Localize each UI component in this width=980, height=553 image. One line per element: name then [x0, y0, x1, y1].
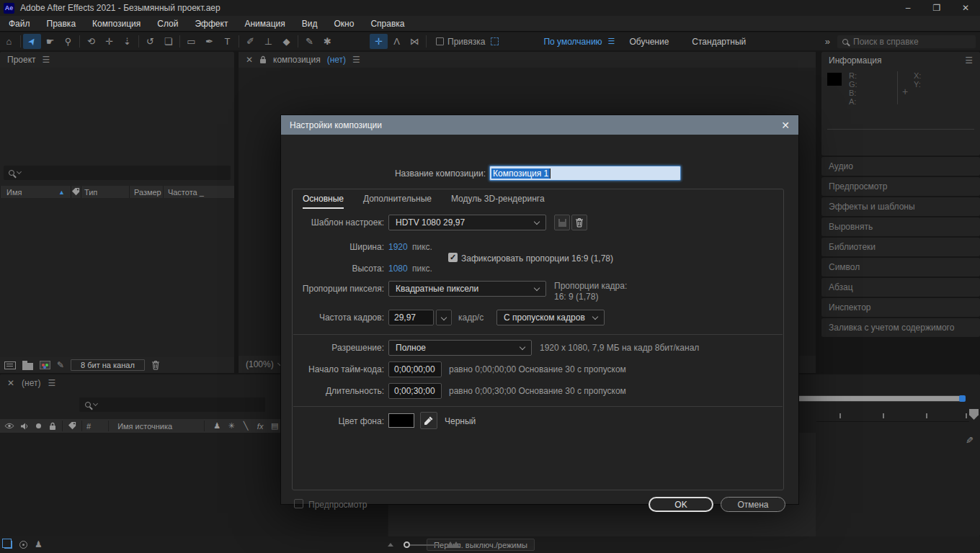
collapse-transformations-icon[interactable]: ✳: [226, 421, 236, 431]
frame-rate-preset-button[interactable]: [436, 310, 452, 325]
workspace-default[interactable]: По умолчанию: [532, 37, 613, 47]
help-search-input[interactable]: [853, 37, 961, 47]
help-search[interactable]: [837, 35, 976, 48]
panel-menu-icon[interactable]: ☰: [352, 55, 360, 65]
sort-asc-icon[interactable]: ▲: [58, 189, 65, 196]
pixel-aspect-dropdown[interactable]: Квадратные пиксели: [388, 281, 546, 297]
trash-icon[interactable]: [151, 360, 160, 370]
workspace-overflow-icon[interactable]: »: [825, 36, 830, 47]
ok-button[interactable]: OK: [649, 497, 713, 512]
menu-item-edit[interactable]: Правка: [47, 19, 76, 29]
composition-name-input[interactable]: Композиция 1: [489, 166, 681, 181]
duration-input[interactable]: 0;00;30;00: [388, 383, 442, 399]
lock-aspect-checkbox[interactable]: ✓: [448, 253, 458, 262]
menu-item-effect[interactable]: Эффект: [195, 19, 228, 29]
rotate-tool[interactable]: ↺: [141, 34, 159, 49]
dialog-titlebar[interactable]: Настройки композиции ✕: [281, 115, 798, 135]
panel-paragraph[interactable]: Абзац: [821, 278, 980, 297]
live-update-icon[interactable]: [4, 541, 12, 549]
hand-tool[interactable]: ☛: [41, 34, 59, 49]
adjust-icon[interactable]: ✎: [57, 360, 64, 370]
eye-icon[interactable]: [4, 423, 14, 429]
tab-composition[interactable]: композиция: [273, 55, 321, 65]
menu-item-animation[interactable]: Анимация: [244, 19, 285, 29]
new-composition-icon[interactable]: [40, 361, 50, 369]
panel-align[interactable]: Выровнять: [821, 217, 980, 236]
zoom-level-dropdown[interactable]: (100%): [246, 359, 274, 369]
timeline-search-input[interactable]: [79, 397, 265, 412]
panel-libraries[interactable]: Библиотеки: [821, 238, 980, 256]
frame-rate-input[interactable]: 29,97: [388, 310, 434, 325]
column-source-name[interactable]: Имя источника: [113, 422, 200, 431]
interpret-footage-icon[interactable]: [4, 361, 16, 369]
height-value[interactable]: 1080: [388, 264, 408, 274]
drop-frame-dropdown[interactable]: С пропуском кадров: [496, 310, 605, 325]
delete-preset-button[interactable]: [571, 215, 587, 230]
maximize-button[interactable]: ❐: [922, 0, 951, 16]
preview-checkbox[interactable]: [294, 499, 303, 508]
start-timecode-input[interactable]: 0;00;00;00: [388, 361, 442, 377]
menu-item-file[interactable]: Файл: [9, 19, 30, 29]
eyedropper-button[interactable]: [420, 412, 437, 429]
lock-icon[interactable]: [48, 422, 58, 431]
column-type[interactable]: Тип: [81, 188, 129, 197]
audio-icon[interactable]: [19, 423, 29, 430]
tab-basic[interactable]: Основные: [303, 194, 344, 209]
tab-advanced[interactable]: Дополнительные: [363, 194, 432, 209]
clone-stamp-tool[interactable]: ⊥: [259, 34, 277, 49]
dialog-close-icon[interactable]: ✕: [781, 120, 790, 131]
menu-item-view[interactable]: Вид: [302, 19, 318, 29]
panel-menu-icon[interactable]: ☰: [965, 55, 973, 66]
column-size[interactable]: Размер: [130, 188, 163, 197]
time-ruler[interactable]: [816, 406, 969, 422]
label-tag-icon[interactable]: [71, 187, 81, 197]
pan-behind-tool[interactable]: ❏: [159, 34, 177, 49]
workspace-menu-icon[interactable]: ☰: [608, 37, 615, 46]
tab-project[interactable]: Проект: [7, 55, 36, 65]
panel-preview[interactable]: Предпросмотр: [821, 177, 980, 196]
close-tab-icon[interactable]: ✕: [246, 55, 253, 65]
project-search-input[interactable]: [4, 166, 231, 180]
zoom-tool[interactable]: ⚲: [59, 34, 77, 49]
brush-tool[interactable]: ✐: [241, 34, 259, 49]
pen-tool[interactable]: ✒: [200, 34, 218, 49]
world-axis-icon[interactable]: Λ: [388, 34, 406, 49]
workspace-standard[interactable]: Стандартный: [680, 37, 757, 47]
resolution-dropdown[interactable]: Полное: [388, 340, 532, 356]
panel-effects-presets[interactable]: Эффекты и шаблоны: [821, 197, 980, 216]
panel-character[interactable]: Символ: [821, 258, 980, 276]
bit-depth-button[interactable]: 8 бит на канал: [71, 359, 145, 371]
panel-menu-icon[interactable]: ☰: [43, 55, 50, 65]
panel-menu-icon[interactable]: ☰: [48, 378, 55, 388]
panel-audio[interactable]: Аудио: [821, 157, 980, 176]
column-name[interactable]: Имя: [1, 188, 58, 197]
panel-content-aware-fill[interactable]: Заливка с учетом содержимого: [821, 318, 980, 337]
local-axis-icon[interactable]: ✛: [370, 34, 388, 49]
snap-checkbox[interactable]: [436, 37, 444, 45]
roto-brush-tool[interactable]: ✎: [300, 34, 318, 49]
tab-3d-renderer[interactable]: Модуль 3D-рендеринга: [451, 194, 545, 209]
shy-icon[interactable]: ♟: [212, 421, 222, 431]
navigator-end-handle[interactable]: [959, 395, 966, 402]
comp-marker-bin-icon[interactable]: [969, 409, 979, 420]
close-tab-icon[interactable]: ✕: [7, 378, 14, 388]
person-icon[interactable]: ♟: [35, 539, 43, 549]
type-tool[interactable]: T: [218, 34, 236, 49]
width-value[interactable]: 1920: [388, 242, 408, 252]
view-axis-icon[interactable]: ⋈: [406, 34, 424, 49]
menu-item-help[interactable]: Справка: [370, 19, 404, 29]
comp-button-icon[interactable]: ✎: [966, 435, 974, 446]
minimize-button[interactable]: –: [894, 0, 922, 16]
rectangle-tool[interactable]: ▭: [182, 34, 200, 49]
column-number[interactable]: #: [86, 422, 91, 431]
zoom-in-icon[interactable]: [449, 541, 460, 548]
eraser-tool[interactable]: ◆: [277, 34, 295, 49]
menu-item-layer[interactable]: Слой: [157, 19, 178, 29]
menu-item-window[interactable]: Окно: [334, 19, 354, 29]
zoom-out-icon[interactable]: [388, 543, 393, 547]
tab-info[interactable]: Информация: [829, 55, 881, 66]
selection-tool[interactable]: ➤: [23, 34, 41, 49]
new-folder-icon[interactable]: [22, 363, 33, 370]
mask-path-icon[interactable]: [491, 37, 499, 45]
preset-dropdown[interactable]: HDTV 1080 29,97: [388, 215, 546, 230]
